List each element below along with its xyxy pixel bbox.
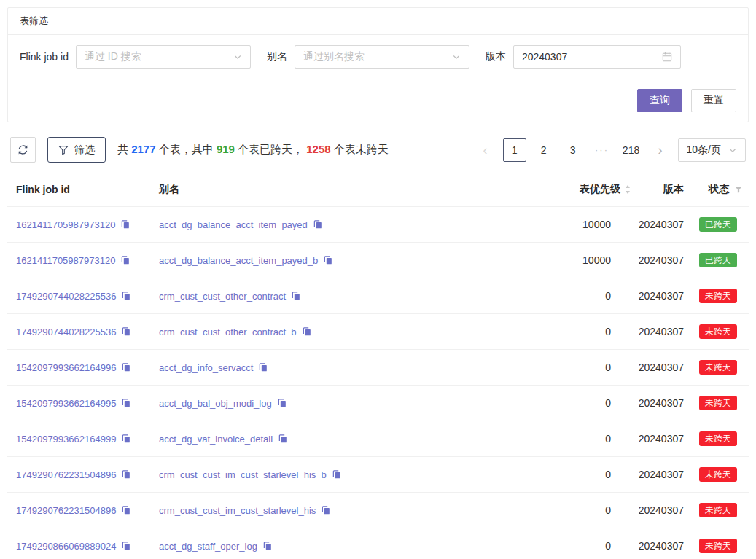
job-id-link[interactable]: 1621411705987973120 <box>16 255 115 266</box>
column-priority[interactable]: 表优先级 <box>515 183 631 196</box>
refresh-button[interactable] <box>10 137 36 163</box>
next-page-button[interactable]: › <box>649 138 672 162</box>
priority-cell: 0 <box>515 326 631 337</box>
copy-icon[interactable] <box>262 541 273 551</box>
column-status-label: 状态 <box>709 183 729 196</box>
job-id-cell: 1749290744028225536 <box>16 327 159 337</box>
version-date-input[interactable]: 20240307 <box>513 45 681 69</box>
column-version: 版本 <box>631 183 684 196</box>
copy-icon[interactable] <box>121 469 131 480</box>
copy-icon[interactable] <box>121 505 131 515</box>
alias-select[interactable]: 通过别名搜索 <box>295 45 469 69</box>
version-cell: 20240307 <box>631 254 684 266</box>
job-id-link[interactable]: 1749290762231504896 <box>16 505 116 516</box>
job-id-link[interactable]: 1542097993662164995 <box>16 398 116 409</box>
alias-link[interactable]: acct_dg_balance_acct_item_payed <box>159 219 308 230</box>
page-button-3[interactable]: 3 <box>561 138 585 162</box>
priority-cell: 0 <box>515 540 631 552</box>
summary-text: 共 2177 个表，其中 919 个表已跨天， 1258 个表未跨天 <box>117 143 389 157</box>
page-size-select[interactable]: 10条/页 <box>678 138 746 162</box>
job-id-link[interactable]: 1749290762231504896 <box>16 469 116 480</box>
alias-link[interactable]: acct_dg_info_servacct <box>159 362 253 373</box>
table-row: 1749290866069889024 acct_dg_staff_oper_l… <box>7 528 749 559</box>
table-row: 1749290744028225536 crm_cust_cust_other_… <box>7 314 749 350</box>
alias-link[interactable]: crm_cust_cust_other_contract <box>159 291 286 302</box>
field-flink-job-id: Flink job id 通过 ID 搜索 <box>20 45 251 69</box>
sort-icon[interactable] <box>624 184 631 195</box>
job-id-cell: 1749290762231504896 <box>16 469 159 480</box>
copy-icon[interactable] <box>278 434 288 444</box>
funnel-icon <box>58 145 69 155</box>
column-filter-icon[interactable] <box>734 185 743 194</box>
copy-icon[interactable] <box>302 327 312 337</box>
priority-cell: 0 <box>515 361 631 373</box>
copy-icon[interactable] <box>277 398 287 408</box>
status-badge: 已跨天 <box>699 253 737 267</box>
filter-actions: 查询 重置 <box>8 79 748 122</box>
status-badge: 未跨天 <box>699 539 737 553</box>
copy-icon[interactable] <box>321 505 331 515</box>
priority-cell: 0 <box>515 433 631 445</box>
alias-link[interactable]: acct_dg_bal_obj_modi_log <box>159 398 272 409</box>
pagination-ellipsis[interactable]: ··· <box>591 138 614 162</box>
summary-suffix: 个表未跨天 <box>331 143 389 155</box>
page-button-1[interactable]: 1 <box>503 138 526 162</box>
alias-link[interactable]: crm_cust_cust_other_contract_b <box>159 327 297 337</box>
table-row: 1749290762231504896 crm_cust_cust_im_cus… <box>7 493 749 528</box>
copy-icon[interactable] <box>121 434 131 444</box>
alias-link[interactable]: crm_cust_cust_im_cust_starlevel_his_b <box>159 469 327 480</box>
job-id-cell: 1621411705987973120 <box>16 219 159 230</box>
job-id-link[interactable]: 1749290744028225536 <box>16 327 116 337</box>
copy-icon[interactable] <box>120 219 130 230</box>
copy-icon[interactable] <box>121 327 131 337</box>
filter-button[interactable]: 筛选 <box>47 137 106 163</box>
page-button-2[interactable]: 2 <box>532 138 556 162</box>
alias-cell: acct_dg_balance_acct_item_payed_b <box>159 255 515 266</box>
alias-cell: crm_cust_cust_im_cust_starlevel_his <box>159 505 515 516</box>
alias-cell: acct_dg_balance_acct_item_payed <box>159 219 515 230</box>
copy-icon[interactable] <box>121 362 131 372</box>
reset-button[interactable]: 重置 <box>691 89 736 112</box>
query-button[interactable]: 查询 <box>637 89 682 112</box>
job-id-link[interactable]: 1749290866069889024 <box>16 541 116 552</box>
copy-icon[interactable] <box>258 362 268 372</box>
job-id-link[interactable]: 1621411705987973120 <box>16 219 115 230</box>
copy-icon[interactable] <box>332 469 342 480</box>
copy-icon[interactable] <box>120 255 130 265</box>
table: Flink job id 别名 表优先级 版本 状态 1621411705987… <box>7 173 749 559</box>
toolbar: 筛选 共 2177 个表，其中 919 个表已跨天， 1258 个表未跨天 ‹ … <box>10 137 746 163</box>
page: 表筛选 Flink job id 通过 ID 搜索 别名 通过别名搜索 <box>0 0 756 559</box>
table-header: Flink job id 别名 表优先级 版本 状态 <box>7 173 749 207</box>
table-row: 1542097993662164999 acct_dg_vat_invoice_… <box>7 421 749 457</box>
page-button-last[interactable]: 218 <box>620 138 643 162</box>
alias-link[interactable]: acct_dg_staff_oper_log <box>159 541 257 552</box>
summary-mid1: 个表，其中 <box>156 143 217 155</box>
status-cell: 已跨天 <box>684 253 743 267</box>
copy-icon[interactable] <box>313 219 323 230</box>
status-badge: 未跨天 <box>699 324 737 339</box>
alias-link[interactable]: acct_dg_balance_acct_item_payed_b <box>159 255 318 266</box>
table-row: 1542097993662164996 acct_dg_info_servacc… <box>7 350 749 386</box>
job-id-cell: 1749290762231504896 <box>16 505 159 516</box>
copy-icon[interactable] <box>323 255 333 265</box>
filter-button-label: 筛选 <box>74 144 95 157</box>
prev-page-button[interactable]: ‹ <box>474 138 497 162</box>
job-id-link[interactable]: 1749290744028225536 <box>16 291 116 302</box>
copy-icon[interactable] <box>121 541 131 551</box>
alias-cell: acct_dg_info_servacct <box>159 362 515 373</box>
job-id-link[interactable]: 1542097993662164996 <box>16 362 116 373</box>
job-id-cell: 1542097993662164999 <box>16 434 159 445</box>
status-cell: 未跨天 <box>684 539 743 553</box>
status-cell: 未跨天 <box>684 396 743 410</box>
copy-icon[interactable] <box>121 291 131 301</box>
alias-link[interactable]: acct_dg_vat_invoice_detail <box>159 434 273 445</box>
column-priority-label: 表优先级 <box>580 183 620 196</box>
copy-icon[interactable] <box>121 398 131 408</box>
job-id-link[interactable]: 1542097993662164999 <box>16 434 116 445</box>
flink-job-id-select[interactable]: 通过 ID 搜索 <box>76 45 251 69</box>
copy-icon[interactable] <box>291 291 301 301</box>
pagination-top: ‹ 1 2 3 ··· 218 › 10条/页 <box>474 138 746 162</box>
status-cell: 未跨天 <box>684 503 743 517</box>
total-count: 2177 <box>131 143 155 155</box>
alias-link[interactable]: crm_cust_cust_im_cust_starlevel_his <box>159 505 316 516</box>
